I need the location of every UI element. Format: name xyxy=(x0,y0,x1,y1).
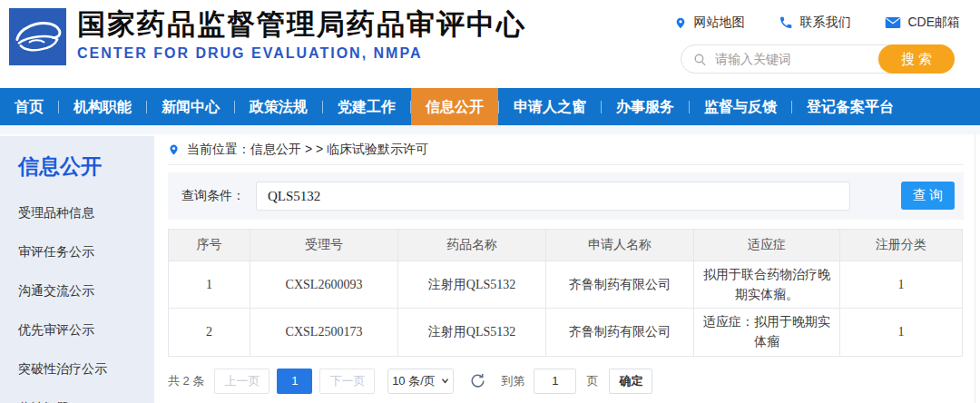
page-size-select[interactable]: 10 条/页 xyxy=(387,369,454,394)
col-header-index: 序号 xyxy=(169,230,250,261)
subnav-strip xyxy=(0,125,980,134)
sidebar-item-accepted-varieties[interactable]: 受理品种信息 xyxy=(18,206,154,220)
nav-item-applicant[interactable]: 申请人之窗 xyxy=(499,88,601,125)
cell-applicant: 齐鲁制药有限公司 xyxy=(546,309,694,356)
header-quick-links: 网站地图 联系我们 CDE邮箱 xyxy=(674,15,960,31)
site-header: 国家药品监督管理局药品审评中心 CENTER FOR DRUG EVALUATI… xyxy=(0,0,980,88)
main-content: 当前位置：信息公开 > > 临床试验默示许可 查询条件： 查询 序号 受理号 药… xyxy=(168,134,964,394)
page-edge-line xyxy=(975,134,975,403)
site-search-button[interactable]: 搜索 xyxy=(878,44,955,74)
sitemap-link[interactable]: 网站地图 xyxy=(674,15,744,31)
total-count-label: 共 2 条 xyxy=(168,373,204,389)
cell-applicant: 齐鲁制药有限公司 xyxy=(546,261,694,309)
col-header-applicant: 申请人名称 xyxy=(546,230,694,261)
location-pin-icon xyxy=(674,15,687,31)
prev-page-button[interactable]: 上一页 xyxy=(214,369,270,394)
pagination: 共 2 条 上一页 1 下一页 10 条/页 到第 页 确定 xyxy=(168,369,964,394)
cell-registration-class: 1 xyxy=(840,261,963,309)
table-row: 1 CXSL2600093 注射用QLS5132 齐鲁制药有限公司 拟用于联合药… xyxy=(169,261,963,309)
nav-item-functions[interactable]: 机构职能 xyxy=(59,88,146,125)
goto-page-input[interactable] xyxy=(534,369,576,394)
next-page-button[interactable]: 下一页 xyxy=(319,369,375,394)
cde-mail-label: CDE邮箱 xyxy=(907,15,960,31)
confirm-button[interactable]: 确定 xyxy=(609,369,652,394)
query-condition-label: 查询条件： xyxy=(181,188,245,204)
main-nav: 首页 机构职能 新闻中心 政策法规 党建工作 信息公开 申请人之窗 办事服务 监… xyxy=(0,88,980,125)
sidebar-menu: 受理品种信息 审评任务公示 沟通交流公示 优先审评公示 突破性治疗公示 共性问题 xyxy=(18,206,154,403)
nav-item-party[interactable]: 党建工作 xyxy=(323,88,410,125)
site-brand: 国家药品监督管理局药品审评中心 CENTER FOR DRUG EVALUATI… xyxy=(77,8,526,62)
refresh-button[interactable] xyxy=(469,372,486,389)
cell-indication: 适应症：拟用于晚期实体瘤 xyxy=(694,309,840,356)
table-header-row: 序号 受理号 药品名称 申请人名称 适应症 注册分类 xyxy=(169,230,963,261)
query-button[interactable]: 查询 xyxy=(901,182,955,210)
site-search-bar: 搜索 xyxy=(681,44,955,74)
col-header-acceptance-no: 受理号 xyxy=(250,230,398,261)
cde-mail-link[interactable]: CDE邮箱 xyxy=(885,15,960,31)
query-condition-input[interactable] xyxy=(256,182,850,211)
col-header-drug-name: 药品名称 xyxy=(398,230,546,261)
breadcrumb-text: 当前位置：信息公开 > > 临床试验默示许可 xyxy=(187,142,428,158)
site-title: 国家药品监督管理局药品审评中心 xyxy=(77,8,526,41)
cell-index: 2 xyxy=(169,309,250,356)
cell-index: 1 xyxy=(169,261,250,309)
cde-logo-icon xyxy=(9,8,66,65)
chevron-down-icon xyxy=(440,376,450,386)
table-row: 2 CXSL2500173 注射用QLS5132 齐鲁制药有限公司 适应症：拟用… xyxy=(169,309,963,356)
sidebar-item-breakthrough-therapy[interactable]: 突破性治疗公示 xyxy=(18,362,154,376)
phone-icon xyxy=(779,15,793,30)
col-header-indication: 适应症 xyxy=(694,230,840,261)
page-size-value: 10 条/页 xyxy=(392,373,436,389)
cde-logo[interactable] xyxy=(9,8,66,65)
cde-nmpa-page: 国家药品监督管理局药品审评中心 CENTER FOR DRUG EVALUATI… xyxy=(0,0,980,403)
goto-page-label: 到第 xyxy=(501,373,524,389)
cell-acceptance-no: CXSL2500173 xyxy=(250,309,398,356)
cell-acceptance-no: CXSL2600093 xyxy=(250,261,398,309)
results-table: 序号 受理号 药品名称 申请人名称 适应症 注册分类 1 CXSL2600093… xyxy=(168,229,963,357)
search-icon xyxy=(692,52,708,67)
page-unit-label: 页 xyxy=(586,373,598,389)
sidebar-title: 信息公开 xyxy=(18,152,154,181)
contact-label: 联系我们 xyxy=(799,15,850,31)
breadcrumb: 当前位置：信息公开 > > 临床试验默示许可 xyxy=(168,134,964,165)
sidebar-item-priority-review[interactable]: 优先审评公示 xyxy=(18,323,154,337)
nav-item-home[interactable]: 首页 xyxy=(0,88,58,125)
location-pin-icon xyxy=(168,143,180,157)
envelope-icon xyxy=(885,16,901,29)
cell-drug-name: 注射用QLS5132 xyxy=(398,309,546,356)
refresh-icon xyxy=(469,372,486,389)
cell-registration-class: 1 xyxy=(840,309,963,356)
nav-item-supervision[interactable]: 监督与反馈 xyxy=(690,88,791,125)
sidebar-item-communication[interactable]: 沟通交流公示 xyxy=(18,284,154,298)
nav-item-info-disclosure[interactable]: 信息公开 xyxy=(411,88,498,125)
col-header-registration-class: 注册分类 xyxy=(840,230,963,261)
site-search-input[interactable] xyxy=(708,52,878,66)
query-panel: 查询条件： 查询 xyxy=(168,172,964,220)
cell-drug-name: 注射用QLS5132 xyxy=(398,261,546,309)
nav-item-services[interactable]: 办事服务 xyxy=(602,88,689,125)
site-subtitle: CENTER FOR DRUG EVALUATION, NMPA xyxy=(77,45,526,62)
nav-item-news[interactable]: 新闻中心 xyxy=(147,88,234,125)
nav-item-registration-platform[interactable]: 登记备案平台 xyxy=(792,88,908,125)
cell-indication: 拟用于联合药物治疗晚期实体瘤。 xyxy=(694,261,840,309)
sitemap-label: 网站地图 xyxy=(693,15,744,31)
sidebar: 信息公开 受理品种信息 审评任务公示 沟通交流公示 优先审评公示 突破性治疗公示… xyxy=(0,136,154,403)
contact-link[interactable]: 联系我们 xyxy=(779,15,850,31)
nav-item-policy[interactable]: 政策法规 xyxy=(235,88,322,125)
sidebar-item-review-tasks[interactable]: 审评任务公示 xyxy=(18,245,154,259)
current-page-button[interactable]: 1 xyxy=(277,369,312,394)
